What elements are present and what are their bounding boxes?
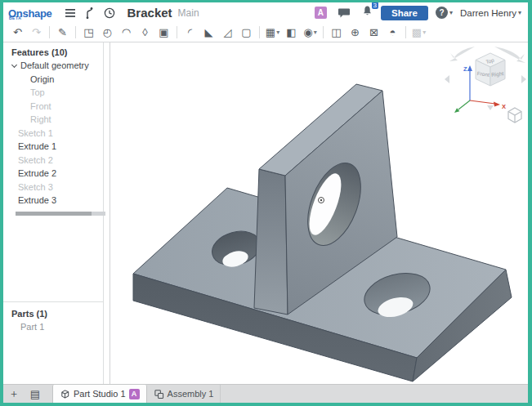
- notifications-bell-icon[interactable]: 3: [361, 5, 373, 20]
- extrude-icon[interactable]: ◳: [79, 25, 98, 41]
- user-name: Darren Henry: [460, 8, 516, 18]
- revolve-icon[interactable]: ◴: [98, 25, 117, 41]
- toolbar-separator: [323, 26, 324, 38]
- history-icon[interactable]: [102, 6, 117, 20]
- onshape-logo[interactable]: Onshape BETA: [8, 6, 52, 20]
- feature-item-extrude-2[interactable]: Extrude 2: [3, 167, 103, 181]
- sweep-icon[interactable]: ◠: [117, 25, 136, 41]
- share-button[interactable]: Share: [381, 6, 428, 20]
- parts-section: Parts (1) Part 1: [3, 301, 103, 334]
- toolbar-separator: [405, 26, 406, 38]
- help-caret-icon: ▾: [449, 9, 453, 16]
- axis-x-label: X: [502, 103, 506, 110]
- loft-icon[interactable]: ◊: [136, 25, 154, 41]
- document-title[interactable]: Bracket: [127, 6, 172, 20]
- rollback-bar[interactable]: [16, 212, 105, 216]
- feature-item-sketch-3[interactable]: Sketch 3: [3, 181, 103, 194]
- axis-z-label: Z: [463, 65, 467, 73]
- features-header: Features (10): [3, 42, 103, 59]
- parts-divider: [3, 301, 103, 302]
- tab-label: Part Studio 1: [74, 389, 126, 399]
- add-tab-button[interactable]: ＋: [3, 385, 25, 403]
- parts-list: Part 1: [3, 320, 103, 334]
- feature-item-origin[interactable]: Origin: [3, 73, 103, 87]
- dropdown-caret-icon: ▾: [276, 29, 279, 36]
- main-area: Features (10) Default geometryOriginTopF…: [3, 42, 528, 384]
- help-icon: ?: [436, 7, 448, 19]
- dropdown-caret-icon: ▾: [422, 29, 426, 36]
- feature-item-sketch-2[interactable]: Sketch 2: [3, 154, 103, 167]
- feature-item-top[interactable]: Top: [3, 86, 103, 100]
- help-menu[interactable]: ? ▾: [436, 7, 453, 19]
- origin-marker: [319, 198, 324, 203]
- toolbar-separator: [49, 26, 50, 38]
- fillet-icon[interactable]: ◜: [181, 25, 199, 41]
- comment-icon[interactable]: [337, 6, 351, 20]
- tab-part-studio[interactable]: Part Studio 1 A: [52, 385, 147, 403]
- feature-panel: Features (10) Default geometryOriginTopF…: [3, 42, 104, 384]
- feature-list: Default geometryOriginTopFrontRightSketc…: [3, 59, 103, 207]
- feature-item-front[interactable]: Front: [3, 100, 103, 114]
- linear-pattern-icon[interactable]: ▦▾: [263, 25, 282, 41]
- main-menu-icon[interactable]: [63, 6, 78, 20]
- user-menu[interactable]: Darren Henry ▾: [460, 8, 521, 18]
- undo-icon[interactable]: ↶: [8, 25, 27, 41]
- mirror-icon[interactable]: ◧: [282, 25, 301, 41]
- chamfer-icon[interactable]: ◣: [199, 25, 218, 41]
- transform-icon[interactable]: ⊕: [346, 25, 364, 41]
- document-bar: Onshape BETA Bracket Main A 3 Share ?: [3, 2, 528, 23]
- plate-side-face[interactable]: [254, 169, 288, 315]
- workspace-name[interactable]: Main: [178, 7, 199, 19]
- toolbar-separator: [75, 26, 76, 38]
- sketch-icon[interactable]: ✎: [53, 25, 72, 41]
- expand-chevron-icon[interactable]: [11, 62, 17, 68]
- insert-derived-icon[interactable]: ▩▾: [409, 25, 428, 41]
- redo-icon[interactable]: ↷: [27, 25, 46, 41]
- graphics-viewport[interactable]: Top Front Right Z X: [110, 42, 528, 384]
- dropdown-caret-icon: ▾: [314, 29, 317, 36]
- collaborator-avatar[interactable]: A: [315, 7, 327, 19]
- feature-item-sketch-1[interactable]: Sketch 1: [3, 127, 103, 141]
- tab-collaborator-badge: A: [129, 389, 140, 399]
- notification-count-badge: 3: [372, 2, 378, 9]
- thicken-icon[interactable]: ▣: [154, 25, 173, 41]
- tab-bar: ＋ ▤ Part Studio 1 A Assembly 1: [3, 384, 528, 403]
- toolbar-separator: [259, 26, 260, 38]
- feature-item-right[interactable]: Right: [3, 113, 103, 127]
- isometric-view-icon[interactable]: [508, 108, 521, 123]
- user-caret-icon: ▾: [518, 9, 521, 16]
- toolbar-separator: [177, 26, 177, 38]
- boolean-icon[interactable]: ◉▾: [301, 25, 320, 41]
- part-item-part-1[interactable]: Part 1: [3, 320, 103, 334]
- beta-label: BETA: [9, 16, 21, 20]
- tab-label: Assembly 1: [168, 389, 214, 399]
- tab-assembly[interactable]: Assembly 1: [147, 385, 221, 403]
- shell-icon[interactable]: ▢: [237, 25, 256, 41]
- part-studio-icon: [60, 389, 70, 399]
- delete-part-icon[interactable]: ⊠: [364, 25, 383, 41]
- rollback-bar-fill: [16, 212, 92, 216]
- view-cube[interactable]: Top Front Right Z X: [443, 42, 528, 134]
- feature-item-default-geometry[interactable]: Default geometry: [3, 59, 103, 73]
- assembly-icon: [154, 389, 164, 399]
- draft-icon[interactable]: ◿: [218, 25, 237, 41]
- app-window: Onshape BETA Bracket Main A 3 Share ?: [0, 0, 532, 406]
- delete-face-icon[interactable]: ◓: [383, 25, 402, 41]
- parts-header: Parts (1): [3, 304, 103, 320]
- split-icon[interactable]: ◫: [327, 25, 346, 41]
- feature-item-extrude-1[interactable]: Extrude 1: [3, 140, 103, 154]
- versions-icon[interactable]: [83, 6, 97, 20]
- tab-list-icon[interactable]: ▤: [25, 385, 46, 403]
- feature-item-extrude-3[interactable]: Extrude 3: [3, 194, 103, 207]
- toolbar: ↶↷✎◳◴◠◊▣◜◣◿▢▦▾◧◉▾◫⊕⊠◓▩▾: [3, 23, 528, 42]
